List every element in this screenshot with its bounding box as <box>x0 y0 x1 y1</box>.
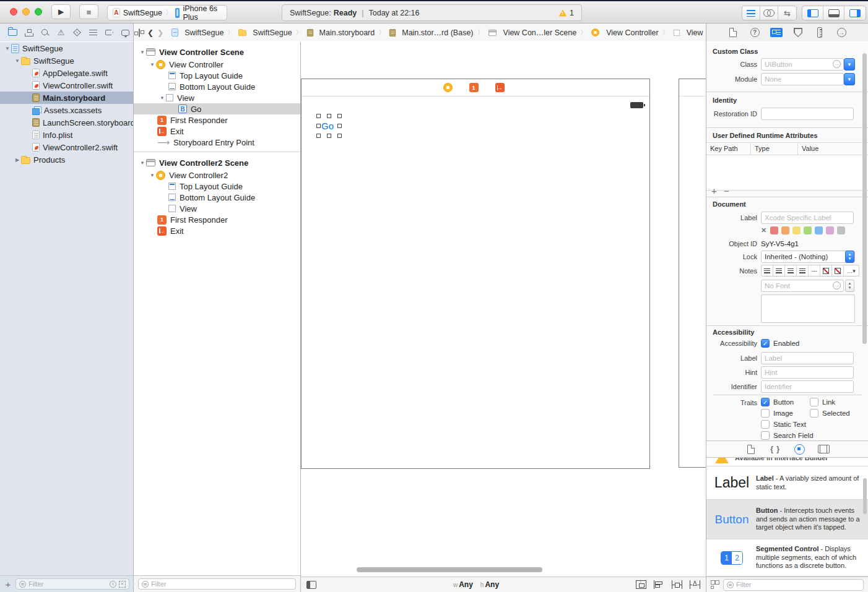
resize-handle[interactable] <box>327 114 331 118</box>
library-filter-input[interactable] <box>736 581 860 588</box>
document-label-field[interactable] <box>761 212 854 224</box>
notes-text-area[interactable] <box>761 294 855 323</box>
library-item-clipped[interactable]: Available in Interface Builder <box>706 458 868 466</box>
resize-handle[interactable] <box>316 124 321 128</box>
disclosure-triangle-icon[interactable]: ▼ <box>139 160 146 166</box>
object-library-tab[interactable] <box>792 443 806 455</box>
first-responder-icon[interactable]: 1 <box>469 83 479 92</box>
stop-button[interactable]: ■ <box>79 4 98 19</box>
horizontal-scrollbar[interactable] <box>357 567 542 572</box>
file-template-library-tab[interactable] <box>744 443 758 455</box>
breadcrumb-base-file[interactable]: Main.stor…rd (Base) <box>389 28 473 37</box>
outline-canvas-divider[interactable] <box>300 42 301 592</box>
color-swatch-red[interactable] <box>770 226 778 234</box>
class-jump-arrow-icon[interactable]: → <box>833 60 841 68</box>
outline-row-entry-point[interactable]: ⟶ Storyboard Entry Point <box>134 137 300 148</box>
grid-view-toggle-icon[interactable] <box>711 580 719 589</box>
disclosure-triangle-icon[interactable]: ▼ <box>139 49 146 55</box>
outline-row-top-layout-guide[interactable]: Top Layout Guide <box>134 70 300 81</box>
color-swatch-gray[interactable] <box>837 226 845 234</box>
standard-editor-button[interactable] <box>742 6 760 20</box>
outline-scene-header[interactable]: ▼ View Controller Scene <box>134 45 300 59</box>
resize-handle[interactable] <box>337 124 342 128</box>
toggle-utilities-button[interactable] <box>844 6 866 20</box>
recent-files-clock-icon[interactable] <box>110 581 116 588</box>
disclosure-triangle-icon[interactable]: ▼ <box>14 58 21 64</box>
resolve-auto-layout-button[interactable] <box>690 580 700 589</box>
library-filter-field[interactable] <box>723 579 864 591</box>
font-size-stepper[interactable]: ▲▼ <box>845 280 854 292</box>
breadcrumb-scene[interactable]: View Con…ler Scene <box>488 28 577 37</box>
outline-row-view-controller[interactable]: ▼ View Controller <box>134 59 300 70</box>
outline-filter-field[interactable] <box>138 578 296 590</box>
outline-row-exit[interactable]: → Exit <box>134 126 300 137</box>
back-button[interactable]: ❮ <box>147 28 154 37</box>
outline-row-view[interactable]: ▼ View <box>134 92 300 103</box>
test-navigator-tab[interactable] <box>72 27 82 38</box>
toggle-navigator-button[interactable] <box>802 6 823 20</box>
resize-handle[interactable] <box>337 114 342 118</box>
resize-handle[interactable] <box>327 134 331 138</box>
trait-static-text-checkbox[interactable] <box>761 420 770 429</box>
library-item-segmented-control[interactable]: 1 2 Segmented Control - Displays multipl… <box>706 539 868 577</box>
accessibility-hint-field[interactable] <box>761 366 854 379</box>
outline-scene2-header[interactable]: ▼ View Controller2 Scene <box>134 156 300 169</box>
zoom-window-button[interactable] <box>35 8 42 15</box>
disclosure-triangle-icon[interactable]: ▼ <box>158 95 166 101</box>
resize-handle[interactable] <box>316 134 321 138</box>
resize-handle[interactable] <box>337 134 342 138</box>
media-library-tab[interactable] <box>817 443 830 455</box>
no-fill-button[interactable] <box>820 265 832 276</box>
project-navigator-tab[interactable] <box>7 27 18 38</box>
file-row[interactable]: ViewController2.swift <box>0 141 133 153</box>
color-swatch-pink[interactable] <box>826 226 834 234</box>
disclosure-triangle-icon[interactable]: ▼ <box>149 62 156 67</box>
close-window-button[interactable] <box>10 8 17 15</box>
module-dropdown-button[interactable]: ▼ <box>844 73 855 85</box>
outline-row-bottom-layout-guide[interactable]: Bottom Layout Guide <box>134 81 300 92</box>
run-button[interactable]: ▶ <box>51 4 71 19</box>
no-border-button[interactable] <box>832 265 844 276</box>
add-button[interactable]: + <box>4 579 12 590</box>
outline-row-view-controller2[interactable]: ▼ View Controller2 <box>134 169 300 181</box>
resize-handle[interactable] <box>316 114 321 118</box>
spacing-button[interactable]: --- <box>809 265 820 276</box>
view-controller-frame[interactable]: 1 → Go <box>301 79 650 469</box>
font-arrow-icon[interactable]: → <box>833 281 841 290</box>
trait-link-checkbox[interactable] <box>810 398 818 406</box>
toggle-outline-button[interactable] <box>306 581 316 589</box>
color-swatch-orange[interactable] <box>781 226 789 234</box>
breadcrumb-file[interactable]: Main.storyboard <box>306 28 375 37</box>
unsaved-files-icon[interactable]: ✕ <box>119 581 126 588</box>
file-row-selected[interactable]: Main.storyboard <box>0 92 133 104</box>
scheme-selector[interactable]: A SwiftSegue 〉 iPhone 6s Plus <box>107 5 227 20</box>
breadcrumb-project[interactable]: SwiftSegue <box>171 28 224 37</box>
lock-stepper[interactable]: ▲▼ <box>845 251 854 263</box>
quick-help-inspector-tab[interactable]: ? <box>748 27 762 39</box>
find-navigator-tab[interactable] <box>40 27 50 38</box>
file-row[interactable]: Assets.xcassets <box>0 104 133 116</box>
color-swatch-yellow[interactable] <box>792 226 801 234</box>
connections-inspector-tab[interactable]: → <box>835 27 848 39</box>
library-scrollbar[interactable] <box>863 478 867 514</box>
size-inspector-tab[interactable] <box>813 27 827 39</box>
runtime-attributes-table[interactable]: Key Path Type Value <box>706 142 868 191</box>
file-row[interactable]: LaunchScreen.storyboard <box>0 116 133 129</box>
align-center-button[interactable] <box>773 265 785 276</box>
trait-image-checkbox[interactable] <box>761 409 770 418</box>
version-editor-button[interactable]: ⇆ <box>778 6 796 20</box>
disclosure-triangle-icon[interactable]: ▼ <box>4 46 11 51</box>
forward-button[interactable]: ❯ <box>157 28 163 37</box>
file-inspector-tab[interactable] <box>726 27 740 39</box>
navigator-divider[interactable] <box>133 24 134 592</box>
align-right-button[interactable] <box>785 265 797 276</box>
align-left-button[interactable] <box>762 265 773 276</box>
file-row[interactable]: Info.plist <box>0 129 133 141</box>
library-item-label[interactable]: Label Label - A variably sized amount of… <box>706 466 868 500</box>
file-row-group[interactable]: ▼ SwiftSegue <box>0 54 133 67</box>
minimize-window-button[interactable] <box>22 8 30 15</box>
breadcrumb-view[interactable]: View <box>673 28 703 37</box>
class-field[interactable] <box>761 58 844 71</box>
file-row[interactable]: ViewController.swift <box>0 79 133 92</box>
enabled-checkbox[interactable]: ✓ <box>761 339 770 348</box>
